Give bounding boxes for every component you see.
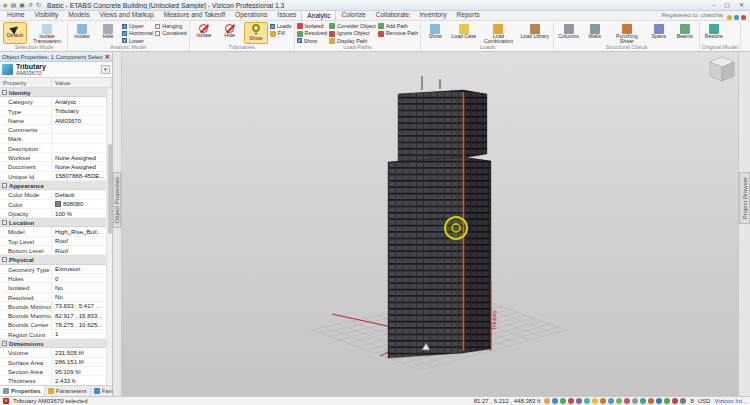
panel-tab-parameters[interactable]: Parameters	[45, 386, 91, 396]
status-icon-11[interactable]	[632, 398, 638, 404]
load-combination-button[interactable]: Load Combination	[480, 22, 516, 44]
property-row-color-mode[interactable]: Color ModeDefault	[0, 190, 112, 199]
isolated-button[interactable]: Isolated	[297, 23, 327, 29]
status-icon-14[interactable]	[656, 398, 662, 404]
section-identity[interactable]: −Identity	[0, 88, 112, 97]
tab-models[interactable]: Models	[63, 10, 94, 20]
tab-home[interactable]: Home	[2, 10, 30, 20]
property-row-mark[interactable]: Mark	[0, 134, 112, 143]
status-icon-12[interactable]	[640, 398, 646, 404]
panel-tab-properties[interactable]: Properties	[0, 386, 45, 396]
beams-check-button[interactable]: Beams	[673, 22, 697, 44]
status-icon-17[interactable]	[680, 398, 686, 404]
panel-close-icon[interactable]: ✕	[105, 52, 110, 61]
tab-operations[interactable]: Operations	[230, 10, 272, 20]
close-button[interactable]: ✕	[736, 0, 747, 10]
property-row-section-area[interactable]: Section Area95.109 ft²	[0, 367, 112, 376]
tab-visibility[interactable]: Visibility	[30, 10, 64, 20]
default-cursor-button[interactable]: Default	[3, 22, 27, 44]
maximize-button[interactable]: ▢	[721, 0, 733, 10]
status-icon-2[interactable]	[560, 398, 566, 404]
property-row-description[interactable]: Description	[0, 144, 112, 153]
property-row-unique-id[interactable]: Unique Id15807888-45DE...	[0, 172, 112, 181]
property-row-comments[interactable]: Comments	[0, 125, 112, 134]
hide-tributary-button[interactable]: Hide	[218, 22, 242, 44]
section-appearance[interactable]: −Appearance	[0, 181, 112, 190]
property-row-opacity[interactable]: Opacity100 %	[0, 209, 112, 218]
scrollbar-thumb[interactable]	[108, 144, 112, 234]
component-dropdown-icon[interactable]: ▼	[101, 65, 110, 74]
loads-checkbox[interactable]: ✓Loads	[270, 23, 292, 29]
status-icon-0[interactable]	[544, 398, 550, 404]
status-icon-13[interactable]	[648, 398, 654, 404]
isolate-analytic-button[interactable]: Isolate	[70, 22, 94, 44]
property-row-model[interactable]: ModelHigh_Rise_Buil...	[0, 227, 112, 236]
property-row-name[interactable]: NameAM03670	[0, 116, 112, 125]
horizontal-checkbox[interactable]: ✓Horizontal	[122, 30, 153, 36]
hide-analytic-button[interactable]: Hide	[96, 22, 120, 44]
tab-measure-and-takeoff[interactable]: Measure and Takeoff	[159, 10, 230, 20]
status-icon-7[interactable]	[600, 398, 606, 404]
tab-reports[interactable]: Reports	[452, 10, 485, 20]
show-tributary-button[interactable]: ▼Show	[244, 22, 268, 44]
property-row-type[interactable]: TypeTributary	[0, 107, 112, 116]
property-row-region-count[interactable]: Region Count1	[0, 330, 112, 339]
isolate-transparent-button[interactable]: Isolate Transparent	[29, 22, 65, 44]
resolved-button[interactable]: Resolved	[297, 30, 327, 36]
property-row-top-level[interactable]: Top LevelRoof	[0, 237, 112, 246]
property-row-bounds-center[interactable]: Bounds Center78.275 ; 10.625...	[0, 320, 112, 329]
save-icon[interactable]: ▣	[19, 0, 25, 10]
show-loads-button[interactable]: Show	[423, 22, 447, 44]
punching-shear-button[interactable]: Punching Shear	[609, 22, 645, 44]
viewport-3d[interactable]: Tributary	[122, 52, 738, 396]
status-icon-9[interactable]	[616, 398, 622, 404]
property-row-category[interactable]: CategoryAnalytic	[0, 97, 112, 106]
tab-issues[interactable]: Issues	[272, 10, 301, 20]
status-icon-15[interactable]	[664, 398, 670, 404]
restore-model-button[interactable]: Restore	[702, 22, 726, 44]
redo-icon[interactable]: ↻	[36, 0, 41, 10]
status-icon-10[interactable]	[624, 398, 630, 404]
section-dimensions[interactable]: −Dimensions	[0, 339, 112, 348]
viewport-canvas[interactable]: Tributary	[122, 52, 738, 396]
property-row-thickness[interactable]: Thickness2.433 ft	[0, 376, 112, 385]
ignore-object-button[interactable]: Ignore Object	[329, 30, 376, 36]
property-row-bounds-minimum[interactable]: Bounds Minimum73.833 ; 5.417 ...	[0, 302, 112, 311]
property-row-surface-area[interactable]: Surface Area286.151 ft²	[0, 358, 112, 367]
property-row-workset[interactable]: WorksetNone Assigned	[0, 153, 112, 162]
fill-button[interactable]: Fill	[270, 30, 292, 36]
currency-label[interactable]: USD	[698, 398, 711, 404]
property-row-holes[interactable]: Holes0	[0, 274, 112, 283]
status-icon-5[interactable]	[584, 398, 590, 404]
property-row-geometry-type[interactable]: Geometry TypeExtrusion	[0, 265, 112, 274]
tab-collaborate[interactable]: Collaborate	[371, 10, 415, 20]
status-icon-6[interactable]	[592, 398, 598, 404]
status-icon-16[interactable]	[672, 398, 678, 404]
section-location[interactable]: −Location	[0, 218, 112, 227]
object-properties-side-tab[interactable]: Object Properties	[113, 172, 121, 228]
status-icon-1[interactable]	[552, 398, 558, 404]
tab-analytic[interactable]: Analytic	[301, 10, 336, 20]
component-selector[interactable]: Tributary AM03670 ▼	[0, 62, 112, 78]
property-row-color[interactable]: Color808080	[0, 200, 112, 209]
property-row-bottom-level[interactable]: Bottom LevelRoof	[0, 246, 112, 255]
brand-link[interactable]: Vizicon Int...	[714, 398, 747, 404]
property-row-resolved[interactable]: ResolvedNo	[0, 293, 112, 302]
add-path-button[interactable]: Add Path	[378, 23, 419, 29]
minimize-button[interactable]: –	[709, 0, 718, 10]
header-status-icon-0[interactable]	[727, 15, 732, 20]
contained-checkbox[interactable]: Contained	[155, 30, 187, 36]
columns-check-button[interactable]: Columns	[556, 22, 580, 44]
status-icon-8[interactable]	[608, 398, 614, 404]
section-physical[interactable]: −Physical	[0, 255, 112, 264]
upper-checkbox[interactable]: ✓Upper	[122, 23, 153, 29]
isolate-tributary-button[interactable]: Isolate	[192, 22, 216, 44]
property-row-isolated[interactable]: IsolatedNo	[0, 283, 112, 292]
header-status-icon-1[interactable]	[734, 15, 739, 20]
undo-icon[interactable]: ↺	[28, 0, 33, 10]
tab-colorize[interactable]: Colorize	[336, 10, 370, 20]
property-row-volume[interactable]: Volume231.505 ft³	[0, 348, 112, 357]
clear-selection-icon[interactable]: ✕	[3, 398, 9, 404]
spans-check-button[interactable]: Spans	[647, 22, 671, 44]
header-status-icon-2[interactable]	[741, 15, 746, 20]
